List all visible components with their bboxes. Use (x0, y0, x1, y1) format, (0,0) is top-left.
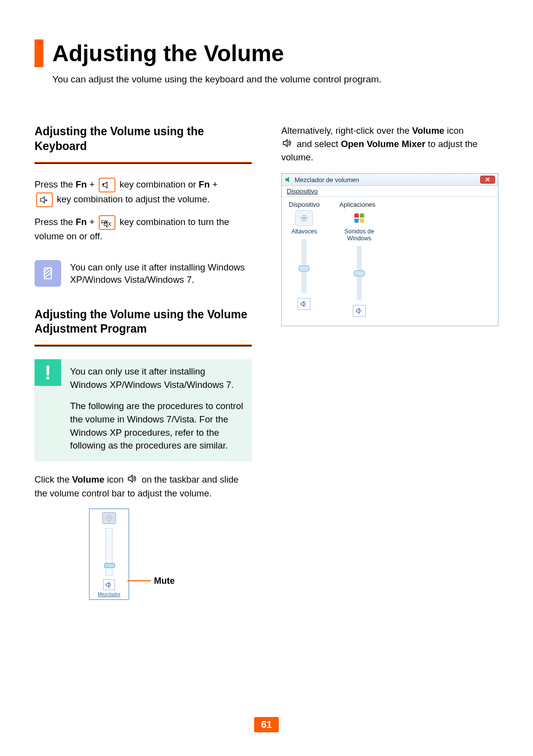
page-title: Adjusting the Volume (52, 40, 284, 67)
note-icon (35, 260, 61, 287)
slider-thumb[interactable] (354, 270, 365, 276)
volume-up-key-icon: ▸ (36, 192, 53, 207)
note-text: You can only use it after installing Win… (70, 260, 252, 287)
volume-down-key-icon: ◂ (99, 178, 115, 192)
text: icon (444, 125, 463, 136)
text: + (87, 217, 97, 227)
svg-marker-7 (128, 475, 132, 482)
heading-keyboard: Adjusting the Volume using the Keyboard (35, 124, 252, 154)
svg-marker-12 (286, 177, 289, 182)
text: Press the (35, 179, 76, 189)
warning-icon: ! (35, 359, 61, 386)
device-caption: Altavoces (291, 228, 317, 235)
open-mixer-label: Open Volume Mixer (341, 139, 425, 149)
para-click-volume: Click the Volume icon on the taskbar and… (35, 473, 252, 500)
text: Click the (35, 474, 72, 485)
text: Press the (35, 217, 76, 227)
right-column: Alternatively, right-click over the Volu… (281, 124, 498, 600)
app-mute-button[interactable] (353, 305, 366, 317)
mute-callout: Mute (127, 576, 175, 586)
section-divider (35, 344, 252, 346)
note-box: You can only use it after installing Win… (35, 260, 252, 287)
mixer-menu-bar[interactable]: Dispositivo (282, 186, 498, 197)
volume-word: Volume (72, 474, 104, 485)
svg-marker-11 (283, 140, 287, 147)
slider-thumb[interactable] (299, 265, 309, 271)
mute-label: Mute (154, 576, 175, 586)
para-key-combo-adjust: Press the Fn + ◂ key combination or Fn +… (35, 178, 252, 207)
warn-p2: The following are the procedures to cont… (70, 400, 245, 453)
svg-marker-10 (106, 582, 109, 587)
app-volume-slider[interactable] (357, 246, 362, 300)
svg-marker-16 (356, 308, 359, 313)
mixer-app-column: Sonidos de Windows (340, 210, 379, 317)
text: + (210, 179, 218, 189)
device-icon (102, 512, 116, 524)
svg-text:▸: ▸ (45, 197, 48, 202)
warning-text: You can only use it after installing Win… (70, 359, 252, 453)
mixer-link[interactable]: Mezclador (98, 592, 120, 597)
fn-key-label: Fn (76, 179, 87, 189)
volume-slider[interactable] (106, 528, 113, 575)
intro-text: You can adjust the volume using the keyb… (52, 74, 498, 85)
mute-key-icon: F6 (99, 215, 115, 230)
f6-label: F6 (101, 216, 107, 229)
device-mute-button[interactable] (298, 298, 310, 310)
svg-marker-15 (301, 302, 304, 306)
fn-key-label: Fn (199, 179, 210, 189)
svg-marker-2 (40, 197, 44, 203)
heading-program: Adjusting the Volume using the Volume Ad… (35, 307, 252, 337)
para-right-click: Alternatively, right-click over the Volu… (281, 124, 498, 164)
mixer-titlebar: Mezclador de volumen ✕ (282, 174, 498, 186)
text: key combination to adjust the volume. (57, 194, 210, 204)
col-header-apps: Aplicaciones (340, 201, 379, 208)
warning-box: ! You can only use it after installing W… (35, 359, 252, 461)
app-caption: Sonidos de Windows (340, 228, 379, 242)
left-column: Adjusting the Volume using the Keyboard … (35, 124, 252, 600)
section-divider (35, 162, 252, 164)
svg-text:◂: ◂ (102, 182, 104, 187)
text: Alternatively, right-click over the (281, 125, 412, 136)
warn-p1: You can only use it after installing Win… (70, 365, 245, 392)
title-accent-bar (35, 39, 43, 67)
mixer-device-column: Altavoces (289, 210, 320, 310)
col-header-device: Dispositivo (289, 201, 320, 208)
page-number: 61 (254, 717, 279, 732)
device-volume-slider[interactable] (302, 239, 306, 293)
mixer-title-icon (285, 176, 292, 183)
speaker-icon (127, 474, 138, 487)
text: + (87, 179, 97, 189)
volume-popup-illustration: Mezclador Mute (89, 508, 129, 600)
windows-sounds-icon (350, 210, 368, 226)
text: and select (297, 139, 341, 149)
close-button[interactable]: ✕ (480, 176, 495, 184)
volume-mixer-window: Mezclador de volumen ✕ Dispositivo Dispo… (281, 173, 498, 326)
speaker-icon (282, 138, 293, 151)
svg-point-9 (108, 517, 110, 519)
text: key combination or (119, 179, 198, 189)
mute-button[interactable] (103, 579, 115, 590)
svg-point-14 (303, 217, 305, 220)
slider-thumb[interactable] (104, 563, 115, 568)
speakers-device-icon (295, 210, 313, 226)
volume-word: Volume (412, 125, 444, 136)
fn-key-label: Fn (76, 217, 87, 227)
menu-dispositivo[interactable]: Dispositivo (287, 188, 318, 195)
para-key-combo-mute: Press the Fn + F6 key combination to tur… (35, 215, 252, 243)
mixer-title-text: Mezclador de volumen (295, 176, 359, 184)
text: icon (105, 474, 126, 485)
